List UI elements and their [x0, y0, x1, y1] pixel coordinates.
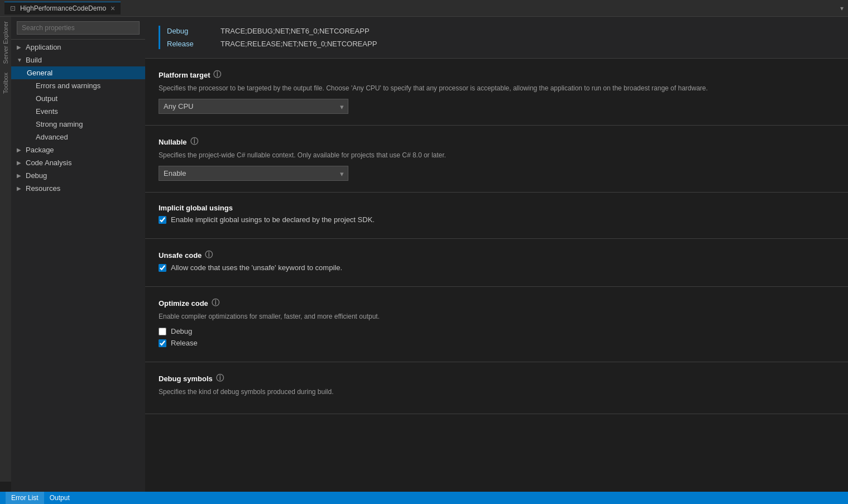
- release-config-value: TRACE;RELEASE;NET;NET6_0;NETCOREAPP: [221, 39, 835, 49]
- implicit-usings-checkbox[interactable]: [159, 216, 166, 224]
- sidebar-item-label: General: [27, 69, 52, 77]
- sidebar-item-label: Errors and warnings: [36, 81, 100, 90]
- title-bar: ⊡ HighPerformanceCodeDemo × ▾: [0, 0, 848, 17]
- sidebar-item-label: Application: [26, 43, 61, 51]
- platform-target-label: Platform target: [159, 71, 210, 79]
- defines-section: Debug TRACE;DEBUG;NET;NET6_0;NETCOREAPP …: [145, 17, 848, 59]
- nullable-label: Nullable: [159, 138, 187, 146]
- unsafe-code-help-icon[interactable]: ⓘ: [205, 250, 213, 260]
- output-tab[interactable]: Output: [44, 492, 75, 504]
- sidebar-item-advanced[interactable]: Advanced: [11, 131, 145, 143]
- chevron-right-icon: ▶: [17, 147, 23, 153]
- implicit-usings-title: Implicit global usings: [159, 204, 835, 212]
- sidebar-item-code-analysis[interactable]: ▶ Code Analysis: [11, 156, 145, 169]
- nav-panel: ▶ Application ▼ Build General Errors and…: [11, 17, 145, 492]
- platform-target-title: Platform target ⓘ: [159, 70, 835, 80]
- search-input[interactable]: [17, 21, 140, 35]
- optimize-debug-checkbox[interactable]: [159, 328, 166, 335]
- sidebar-item-errors-warnings[interactable]: Errors and warnings: [11, 79, 145, 92]
- optimize-release-label[interactable]: Release: [171, 339, 198, 347]
- optimize-code-label: Optimize code: [159, 299, 208, 308]
- optimize-release-row: Release: [159, 339, 835, 347]
- content-panel: Debug TRACE;DEBUG;NET;NET6_0;NETCOREAPP …: [145, 17, 848, 492]
- debug-symbols-title: Debug symbols ⓘ: [159, 373, 835, 383]
- unsafe-code-section: Unsafe code ⓘ Allow code that uses the '…: [145, 239, 848, 287]
- sidebar-item-build[interactable]: ▼ Build: [11, 54, 145, 66]
- close-button[interactable]: ×: [111, 4, 115, 12]
- implicit-usings-row: Enable implicit global usings to be decl…: [159, 215, 835, 224]
- nullable-title: Nullable ⓘ: [159, 137, 835, 147]
- nullable-section: Nullable ⓘ Specifies the project-wide C#…: [145, 126, 848, 193]
- sidebar-item-label: Build: [26, 56, 42, 64]
- sidebar-item-resources[interactable]: ▶ Resources: [11, 182, 145, 195]
- platform-target-select[interactable]: Any CPU x86 x64 ARM: [159, 99, 348, 114]
- sidebar-item-strong-naming[interactable]: Strong naming: [11, 118, 145, 131]
- toolbox-tab[interactable]: Toolbox: [1, 68, 10, 98]
- sidebar-item-label: Events: [36, 107, 58, 116]
- server-explorer-tab[interactable]: Server Explorer: [1, 17, 10, 68]
- debug-config-value: TRACE;DEBUG;NET;NET6_0;NETCOREAPP: [221, 26, 835, 36]
- tab-dropdown-icon[interactable]: ▾: [840, 4, 844, 12]
- pin-icon: ⊡: [10, 4, 16, 12]
- nav-section: ▶ Application ▼ Build General Errors and…: [11, 40, 145, 196]
- unsafe-code-row: Allow code that uses the 'unsafe' keywor…: [159, 263, 835, 272]
- sidebar-item-application[interactable]: ▶ Application: [11, 41, 145, 54]
- implicit-usings-label: Implicit global usings: [159, 204, 233, 212]
- platform-target-help-icon[interactable]: ⓘ: [213, 70, 221, 80]
- chevron-right-icon: ▶: [17, 160, 23, 166]
- implicit-usings-section: Implicit global usings Enable implicit g…: [145, 193, 848, 239]
- debug-symbols-help-icon[interactable]: ⓘ: [216, 373, 224, 383]
- sidebar-item-build-general[interactable]: General: [11, 66, 145, 79]
- platform-target-select-wrapper: Any CPU x86 x64 ARM: [159, 99, 348, 114]
- unsafe-code-title: Unsafe code ⓘ: [159, 250, 835, 260]
- sidebar-item-label: Package: [26, 146, 54, 154]
- sidebar-item-label: Code Analysis: [26, 159, 71, 167]
- debug-symbols-label: Debug symbols: [159, 375, 213, 383]
- sidebar-item-label: Output: [36, 94, 58, 103]
- chevron-down-icon: ▼: [17, 57, 23, 63]
- debug-symbols-desc: Specifies the kind of debug symbols prod…: [159, 387, 835, 397]
- sidebar-item-label: Resources: [26, 184, 60, 193]
- optimize-debug-label[interactable]: Debug: [171, 327, 192, 335]
- sidebar-item-output[interactable]: Output: [11, 92, 145, 105]
- nullable-select[interactable]: Enable Disable Warnings Annotations: [159, 166, 348, 181]
- chevron-right-icon: ▶: [17, 172, 23, 179]
- optimize-code-title: Optimize code ⓘ: [159, 298, 835, 308]
- optimize-code-desc: Enable compiler optimizations for smalle…: [159, 311, 835, 321]
- tab-title: HighPerformanceCodeDemo: [20, 4, 106, 12]
- sidebar-item-debug[interactable]: ▶ Debug: [11, 169, 145, 182]
- unsafe-code-label: Unsafe code: [159, 251, 202, 260]
- sidebar-item-package[interactable]: ▶ Package: [11, 143, 145, 156]
- optimize-code-section: Optimize code ⓘ Enable compiler optimiza…: [145, 287, 848, 362]
- error-list-tab[interactable]: Error List: [6, 492, 44, 504]
- debug-symbols-section: Debug symbols ⓘ Specifies the kind of de…: [145, 362, 848, 414]
- nullable-desc: Specifies the project-wide C# nullable c…: [159, 150, 835, 160]
- sidebar-item-events[interactable]: Events: [11, 105, 145, 118]
- sidebar-item-label: Strong naming: [36, 120, 83, 128]
- chevron-right-icon: ▶: [17, 185, 23, 191]
- release-config-label: Release: [167, 39, 212, 49]
- status-bar: Error List Output: [0, 492, 848, 504]
- implicit-usings-checkbox-label[interactable]: Enable implicit global usings to be decl…: [171, 215, 375, 224]
- sidebar-item-label: Debug: [26, 171, 47, 180]
- optimize-code-help-icon[interactable]: ⓘ: [212, 298, 219, 308]
- optimize-debug-row: Debug: [159, 327, 835, 335]
- debug-config-label: Debug: [167, 26, 212, 36]
- title-tab[interactable]: ⊡ HighPerformanceCodeDemo ×: [4, 2, 121, 15]
- unsafe-code-checkbox-label[interactable]: Allow code that uses the 'unsafe' keywor…: [171, 263, 342, 272]
- platform-target-section: Platform target ⓘ Specifies the processo…: [145, 59, 848, 126]
- side-tabs-panel: Server Explorer Toolbox: [0, 17, 11, 482]
- unsafe-code-checkbox[interactable]: [159, 264, 166, 272]
- nullable-select-wrapper: Enable Disable Warnings Annotations: [159, 166, 348, 181]
- nullable-help-icon[interactable]: ⓘ: [190, 137, 198, 147]
- platform-target-desc: Specifies the processor to be targeted b…: [159, 83, 835, 93]
- sidebar-item-label: Advanced: [36, 133, 68, 141]
- optimize-release-checkbox[interactable]: [159, 339, 166, 347]
- search-box: [11, 17, 145, 40]
- chevron-right-icon: ▶: [17, 44, 23, 50]
